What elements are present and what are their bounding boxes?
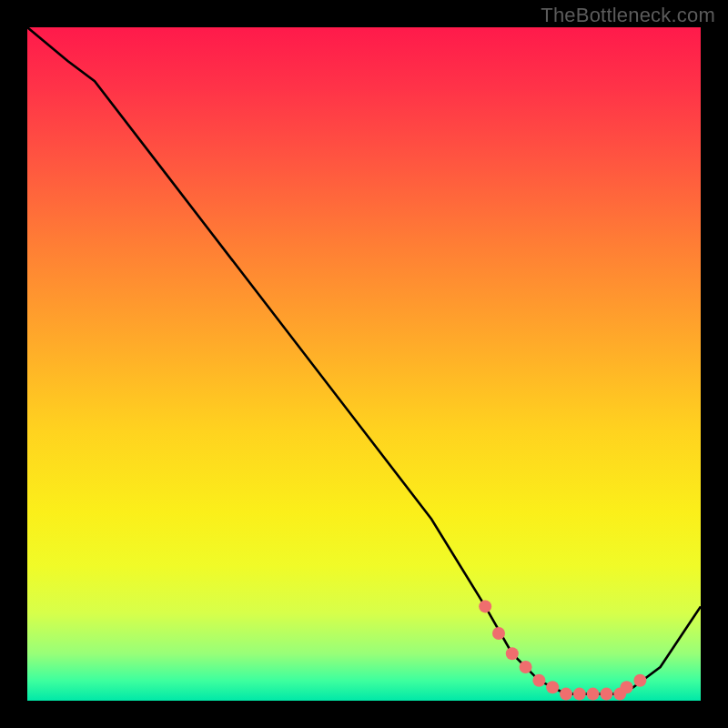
valley-dot <box>506 647 519 660</box>
valley-dot <box>573 688 586 701</box>
valley-dot <box>587 688 600 701</box>
valley-dot <box>621 681 633 693</box>
valley-dot <box>560 688 572 701</box>
valley-dot <box>546 681 559 693</box>
chart-svg <box>27 27 701 701</box>
valley-dots-group <box>479 600 646 700</box>
valley-dot <box>520 661 532 673</box>
valley-dot <box>600 688 612 701</box>
chart-frame: TheBottleneck.com <box>0 0 728 728</box>
valley-dot <box>492 627 505 640</box>
valley-dot <box>479 600 491 612</box>
valley-dot <box>633 674 646 687</box>
watermark-label: TheBottleneck.com <box>541 4 715 27</box>
plot-area <box>27 27 701 701</box>
bottleneck-curve-path <box>27 27 701 694</box>
valley-dot <box>532 674 545 687</box>
